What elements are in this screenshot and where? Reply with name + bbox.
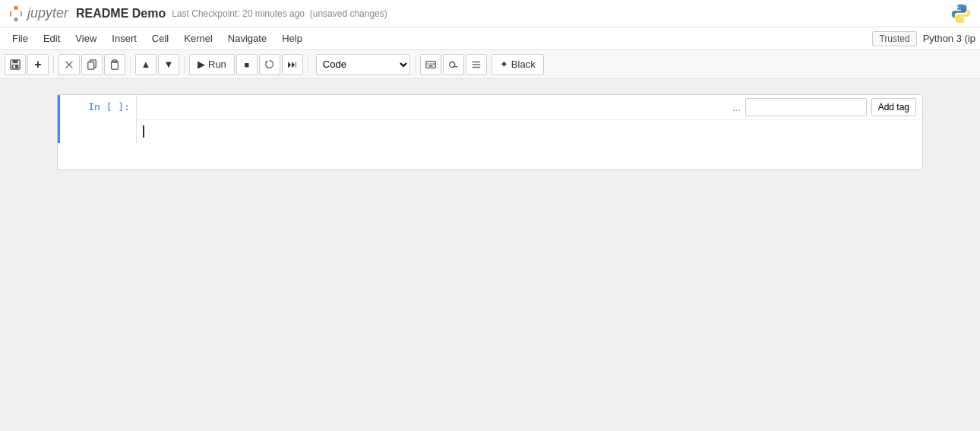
add-tag-button[interactable]: Add tag (871, 98, 916, 116)
svg-point-1 (14, 17, 17, 21)
menu-navigate[interactable]: Navigate (220, 30, 274, 47)
svg-point-18 (450, 62, 455, 67)
notebook-title: README Demo (76, 7, 166, 21)
cell-type-select[interactable]: Code Markdown Raw NBConvert Heading (316, 54, 410, 75)
menu-kernel[interactable]: Kernel (176, 30, 220, 47)
move-up-button[interactable]: ▲ (135, 54, 156, 75)
fastforward-button[interactable]: ⏭ (282, 54, 303, 75)
cell-editor[interactable] (137, 120, 922, 143)
svg-rect-15 (430, 63, 432, 65)
command-palette-button[interactable] (443, 54, 464, 75)
save-icon (10, 59, 21, 70)
checkpoint-info: Last Checkpoint: 20 minutes ago (unsaved… (172, 8, 387, 19)
restart-button[interactable] (259, 54, 280, 75)
move-down-button[interactable]: ▼ (158, 54, 179, 75)
restart-icon (264, 59, 274, 69)
svg-marker-12 (266, 61, 268, 63)
separator-3 (184, 56, 185, 73)
main-content: In [ ]: ... Add tag (0, 79, 980, 185)
copy-icon (87, 59, 97, 70)
notebook: In [ ]: ... Add tag (57, 94, 923, 170)
keyboard-icon (425, 59, 436, 70)
header: jupyter README Demo Last Checkpoint: 20 … (0, 0, 980, 27)
paste-button[interactable] (104, 54, 125, 75)
separator-1 (53, 56, 54, 73)
command-palette-icon (448, 59, 459, 70)
menu-file[interactable]: File (5, 30, 36, 47)
cursor (143, 125, 144, 138)
svg-point-0 (14, 5, 17, 9)
trusted-badge: Trusted (872, 31, 916, 46)
cell-content: ... Add tag (136, 95, 922, 143)
menubar: File Edit View Insert Cell Kernel Naviga… (0, 27, 980, 50)
copy-button[interactable] (81, 54, 103, 75)
jupyter-logo: jupyter (8, 5, 68, 22)
tag-input[interactable] (745, 98, 867, 116)
svg-rect-16 (432, 63, 434, 65)
run-label: Run (208, 59, 226, 70)
cell-tags-row: ... Add tag (137, 95, 922, 120)
cell-tag-ellipsis[interactable]: ... (732, 102, 741, 113)
toggle-header-button[interactable] (466, 54, 487, 75)
menu-view[interactable]: View (68, 30, 104, 47)
toolbar: + ▲ ▼ ▶ Run ■ (0, 50, 980, 79)
menu-insert[interactable]: Insert (104, 30, 144, 47)
stop-button[interactable]: ■ (236, 54, 258, 75)
list-icon (471, 59, 482, 70)
run-button[interactable]: ▶ Run (189, 54, 235, 75)
black-button[interactable]: ✦ Black (492, 54, 544, 75)
menu-edit[interactable]: Edit (36, 30, 68, 47)
separator-5 (415, 56, 416, 73)
add-cell-button[interactable]: + (27, 54, 49, 75)
paste-icon (109, 59, 120, 70)
menu-cell[interactable]: Cell (144, 30, 176, 47)
svg-rect-3 (13, 59, 18, 62)
separator-4 (308, 56, 308, 73)
svg-rect-17 (428, 65, 432, 66)
jupyter-icon (8, 5, 24, 22)
save-button[interactable] (5, 54, 26, 75)
svg-rect-14 (427, 63, 428, 65)
svg-rect-9 (88, 62, 94, 69)
jupyter-wordmark: jupyter (27, 5, 68, 21)
separator-2 (130, 56, 131, 73)
keyboard-button[interactable] (420, 54, 441, 75)
cell-prompt: In [ ]: (60, 95, 136, 143)
cut-icon (64, 59, 74, 70)
kernel-info: Python 3 (ip (923, 33, 975, 44)
python-logo (950, 2, 972, 25)
code-cell: In [ ]: ... Add tag (58, 95, 922, 143)
cut-button[interactable] (58, 54, 80, 75)
black-label: Black (511, 59, 536, 70)
svg-rect-5 (13, 65, 15, 68)
menu-help[interactable]: Help (274, 30, 310, 47)
